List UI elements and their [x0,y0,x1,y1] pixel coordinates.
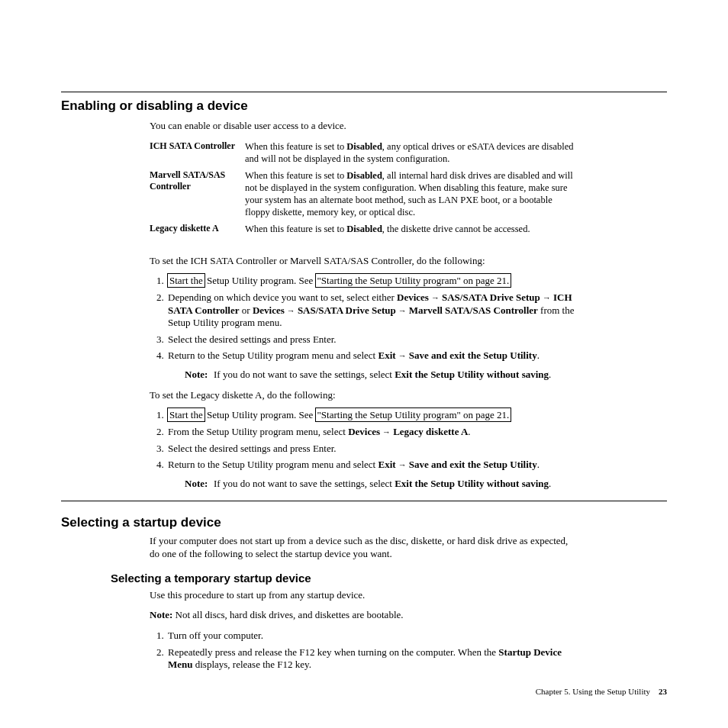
arrow-icon: → [540,293,553,302]
step-item: Start the Setup Utility program. See "St… [166,409,577,422]
step-item: Return to the Setup Utility program menu… [166,459,577,490]
def-text: When this feature is set to [245,141,346,152]
intro-text: Use this procedure to start up from any … [150,589,577,602]
note-text: Not all discs, hard disk drives, and dis… [172,609,403,620]
note-body: If you do not want to save the settings,… [214,478,395,489]
link-starting-setup-utility[interactable]: "Starting the Setup Utility program" on … [316,274,511,287]
link-start-the[interactable]: Start the [168,274,205,287]
body-column: If your computer does not start up from … [150,535,577,560]
intro-text: You can enable or disable user access to… [150,120,577,133]
step-text: . [537,459,540,470]
arrow-icon: → [429,293,442,302]
step-text: Setup Utility program. See [205,275,316,286]
step-item: Select the desired settings and press En… [166,443,577,456]
note-label: Note: [185,369,214,382]
step-text: Return to the Setup Utility program menu… [168,459,378,470]
bold-disabled: Disabled [346,170,382,181]
note-line: Note: Not all discs, hard disk drives, a… [150,609,577,622]
menu-item: Devices [397,292,429,303]
def-term: Marvell SATA/SAS Controller [150,169,245,223]
def-term: ICH SATA Controller [150,140,245,169]
bold-disabled: Disabled [346,141,382,152]
def-desc: When this feature is set to Disabled, al… [245,169,577,218]
menu-item: SAS/SATA Drive Setup [442,292,540,303]
body-column: You can enable or disable user access to… [150,120,577,490]
bold-disabled: Disabled [346,224,382,234]
menu-item: Exit [378,459,395,470]
step-text: From the Setup Utility program menu, sel… [168,426,348,437]
footer-chapter: Chapter 5. Using the Setup Utility [536,687,650,696]
arrow-icon: → [396,460,409,469]
step-text: Depending on which device you want to se… [168,292,397,303]
step-item: Select the desired settings and press En… [166,333,577,346]
note-body: . [549,369,551,380]
note-body: If you do not want to save the settings,… [214,369,395,380]
procedure-steps-list: Start the Setup Utility program. See "St… [150,275,577,381]
step-item: Depending on which device you want to se… [166,292,577,330]
note-body: . [549,478,551,489]
step-text: Repeatedly press and release the F12 key… [168,646,498,658]
step-text: . [537,350,540,361]
device-definitions-table: ICH SATA Controller When this feature is… [150,140,577,240]
step-text: . [468,426,470,437]
intro-text: If your computer does not start up from … [150,535,577,560]
footer-page-number: 23 [659,687,667,696]
step-text: Return to the Setup Utility program menu… [168,350,378,361]
menu-item: Devices [253,304,285,316]
menu-item: Exit the Setup Utility without saving [395,369,549,380]
link-start-the[interactable]: Start the [168,408,205,421]
heading-enabling-disabling: Enabling or disabling a device [61,98,667,114]
arrow-icon: → [396,351,409,360]
step-item: Repeatedly press and release the F12 key… [166,646,577,672]
step-item: From the Setup Utility program menu, sel… [166,426,577,439]
def-desc: When this feature is set to Disabled, an… [245,140,577,165]
arrow-icon: → [396,306,409,315]
step-item: Return to the Setup Utility program menu… [166,350,577,381]
section-rule [61,501,667,501]
note-label: Note: [150,609,172,620]
step-text: or [240,304,253,316]
menu-item: Exit the Setup Utility without saving [395,478,549,489]
heading-selecting-startup: Selecting a startup device [61,515,667,530]
step-text: displays, release the F12 key. [193,659,311,670]
procedure-steps-list: Start the Setup Utility program. See "St… [150,409,577,490]
step-text: Setup Utility program. See [205,409,316,420]
def-text: When this feature is set to [245,224,346,234]
menu-item: Devices [348,426,380,437]
menu-item: Save and exit the Setup Utility [409,350,537,361]
arrow-icon: → [380,427,393,436]
note-block: Note: If you do not want to save the set… [185,478,577,491]
section-rule [61,92,667,92]
document-page: Enabling or disabling a device You can e… [0,0,728,728]
menu-item: Legacy diskette A [393,426,468,437]
arrow-icon: → [285,306,298,315]
menu-item: SAS/SATA Drive Setup [298,304,396,316]
link-starting-setup-utility[interactable]: "Starting the Setup Utility program" on … [316,408,511,421]
body-column: Use this procedure to start up from any … [150,589,577,672]
note-text: If you do not want to save the settings,… [214,369,577,382]
menu-item: Save and exit the Setup Utility [409,459,537,470]
def-desc: When this feature is set to Disabled, th… [245,223,577,235]
procedure-lead: To set the Legacy diskette A, do the fol… [150,389,577,402]
menu-item: Exit [378,350,395,361]
note-label: Note: [185,478,214,491]
step-item: Turn off your computer. [166,630,577,643]
page-footer: Chapter 5. Using the Setup Utility 23 [536,687,667,696]
note-block: Note: If you do not want to save the set… [185,369,577,382]
def-text: When this feature is set to [245,170,346,181]
menu-item: Marvell SATA/SAS Controller [409,304,538,316]
def-text: , the diskette drive cannot be accessed. [382,224,530,234]
procedure-steps-list: Turn off your computer. Repeatedly press… [150,630,577,672]
heading-selecting-temporary: Selecting a temporary startup device [111,572,667,585]
step-item: Start the Setup Utility program. See "St… [166,275,577,288]
def-term: Legacy diskette A [150,223,245,240]
procedure-lead: To set the ICH SATA Controller or Marvel… [150,255,577,268]
note-text: If you do not want to save the settings,… [214,478,577,491]
